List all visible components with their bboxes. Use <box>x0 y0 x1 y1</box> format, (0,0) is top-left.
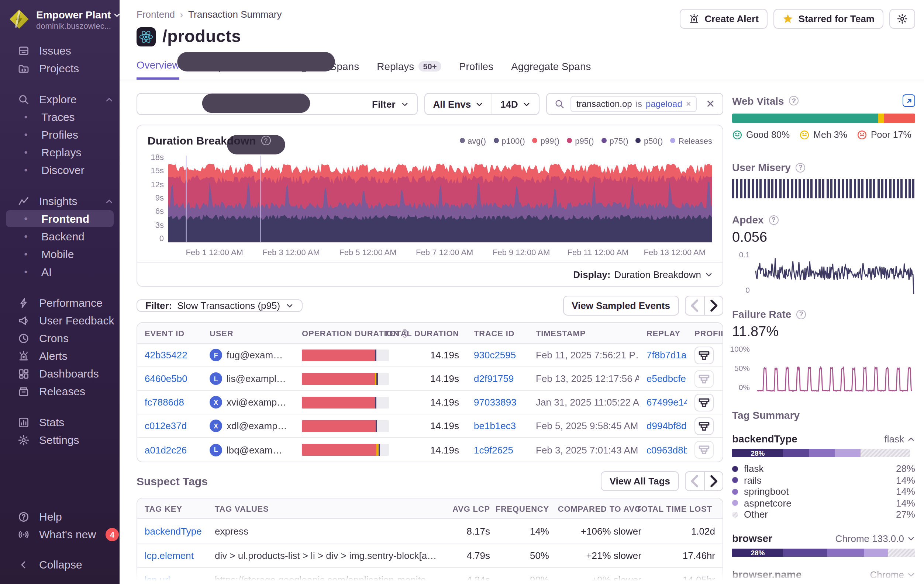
legend-dot-icon <box>670 138 675 143</box>
tag-value: div > ul.products-list > li > div > img.… <box>207 550 446 561</box>
sidebar-item-alerts[interactable]: Alerts <box>6 347 114 364</box>
trace-id-link[interactable]: 930c2595 <box>474 349 516 360</box>
replay-link[interactable]: 7f8b7d1a <box>647 349 686 360</box>
sidebar-item-mobile[interactable]: •Mobile <box>6 245 114 263</box>
help-icon[interactable]: ? <box>769 215 779 225</box>
sidebar-section-explore[interactable]: Explore <box>6 91 114 108</box>
sidebar-item-issues[interactable]: Issues <box>6 42 114 59</box>
display-value: Duration Breakdown <box>614 269 701 280</box>
legend-item-p99[interactable]: p99() <box>533 136 559 145</box>
profile-button[interactable] <box>695 346 714 364</box>
env-dropdown[interactable]: All Envs <box>425 94 492 114</box>
settings-button[interactable] <box>889 9 915 29</box>
legend-item-avg[interactable]: avg() <box>459 136 486 145</box>
search-input[interactable]: transaction.op is pageload × ✕ <box>546 93 723 115</box>
tag-key-link[interactable]: backendType <box>145 525 202 536</box>
tab-aggregate-spans[interactable]: Aggregate Spans <box>511 59 591 80</box>
sidebar-footer-collapse[interactable]: Collapse <box>6 556 114 573</box>
tab-replays[interactable]: Replays50+ <box>377 59 441 80</box>
create-alert-button[interactable]: Create Alert <box>679 9 767 29</box>
event-id-link[interactable]: 42b35422 <box>145 349 188 360</box>
tag-key-link[interactable]: lcp.url <box>145 574 170 584</box>
filter-dropdown[interactable]: Filter <box>137 93 418 115</box>
sidebar-item-performance[interactable]: Performance <box>6 294 114 311</box>
legend-item-p50[interactable]: p50() <box>636 136 663 145</box>
sidebar-item-projects[interactable]: Projects <box>6 60 114 77</box>
view-sampled-events-button[interactable]: View Sampled Events <box>563 296 679 316</box>
replay-link[interactable]: e5edbcfe <box>647 373 686 384</box>
date-range-dropdown[interactable]: 14D <box>492 94 539 114</box>
legend-item-p100[interactable]: p100() <box>493 136 525 145</box>
chevron-down-icon <box>907 534 915 542</box>
token-remove-icon[interactable]: × <box>686 99 691 109</box>
prev-page-button[interactable] <box>685 296 704 316</box>
column-header-compared-to-avg: Compared To Avg <box>556 504 649 513</box>
duration-chart[interactable] <box>168 153 712 243</box>
legend-item-p95[interactable]: p95() <box>567 136 594 145</box>
trace-id-link[interactable]: 97033893 <box>474 397 516 408</box>
sidebar-item-crons[interactable]: Crons <box>6 330 114 347</box>
next-page-button[interactable] <box>704 296 723 316</box>
total-duration: 14.19s <box>401 397 467 408</box>
org-switcher[interactable]: Empower Plant dominik.buszowiec... <box>0 0 120 38</box>
help-icon[interactable]: ? <box>789 96 799 105</box>
sidebar-item-traces[interactable]: •Traces <box>6 109 114 125</box>
legend-item-Releases[interactable]: Releases <box>670 136 712 145</box>
app-root: Empower Plant dominik.buszowiec... Issue… <box>0 0 924 584</box>
sidebar-item-dashboards[interactable]: Dashboards <box>6 365 114 382</box>
sidebar-item-releases[interactable]: Releases <box>6 383 114 400</box>
tag-legend-row[interactable]: flask28% <box>732 463 915 474</box>
event-id-link[interactable]: 6460e5b0 <box>145 373 188 384</box>
sidebar-item-frontend[interactable]: •Frontend <box>6 210 114 227</box>
column-header-total-time-lost[interactable]: Total Time Lost <box>649 504 723 513</box>
tag-legend-row[interactable]: aspnetcore14% <box>732 497 915 509</box>
sidebar-section-insights[interactable]: Insights <box>6 192 114 209</box>
sidebar-item-stats[interactable]: Stats <box>6 414 114 431</box>
profile-button[interactable] <box>695 370 714 388</box>
sidebar-footer-help[interactable]: Help <box>6 508 114 525</box>
replay-link[interactable]: 67499e14 <box>647 397 687 408</box>
replay-link[interactable]: c0963d8b <box>647 444 687 455</box>
search-clear-icon[interactable]: ✕ <box>706 97 715 110</box>
tag-section-selector[interactable]: Chrome 133.0.0 <box>835 533 915 544</box>
sidebar-item-discover[interactable]: •Discover <box>6 161 114 178</box>
display-selector[interactable]: Display: Duration Breakdown <box>137 262 723 286</box>
event-id-link[interactable]: fc7886d8 <box>145 397 184 408</box>
tag-legend-row[interactable]: springboot14% <box>732 486 915 497</box>
view-all-tags-button[interactable]: View All Tags <box>601 471 679 491</box>
event-id-link[interactable]: c012e37d <box>145 420 187 431</box>
tag-distribution-bar[interactable]: 28% <box>732 449 915 457</box>
trace-id-link[interactable]: 1c9f2625 <box>474 444 513 455</box>
tag-section-selector[interactable]: Chrome <box>870 569 916 580</box>
tab-profiles[interactable]: Profiles <box>459 59 493 80</box>
sidebar-item-backend[interactable]: •Backend <box>6 228 114 245</box>
event-id-link[interactable]: a01d2c26 <box>145 444 187 455</box>
tag-distribution-bar[interactable]: 28% <box>732 548 915 556</box>
prev-page-button[interactable] <box>685 471 704 491</box>
trace-id-link[interactable]: d2f91759 <box>474 373 514 384</box>
sidebar-item-replays[interactable]: •Replays <box>6 144 114 161</box>
sidebar-item-profiles[interactable]: •Profiles <box>6 126 114 143</box>
profile-button[interactable] <box>695 441 714 459</box>
profile-button[interactable] <box>695 393 714 411</box>
sidebar-item-settings[interactable]: Settings <box>6 431 114 448</box>
next-page-button[interactable] <box>704 471 723 491</box>
starred-for-team-button[interactable]: Starred for Team <box>774 9 883 29</box>
external-link-icon[interactable] <box>903 94 915 107</box>
help-icon[interactable]: ? <box>796 163 805 172</box>
sidebar-item-user-feedback[interactable]: User Feedback <box>6 312 114 329</box>
help-icon[interactable]: ? <box>261 136 271 145</box>
tag-legend-row[interactable]: rails14% <box>732 474 915 486</box>
search-token[interactable]: transaction.op is pageload × <box>571 96 697 112</box>
replay-link[interactable]: d994bf8d <box>647 420 686 431</box>
sidebar-item-ai[interactable]: •AI <box>6 263 114 280</box>
trace-id-link[interactable]: be1b1ec3 <box>474 420 516 431</box>
events-filter-dropdown[interactable]: Filter: Slow Transactions (p95) <box>137 299 302 312</box>
tag-section-selector[interactable]: flask <box>884 434 915 445</box>
help-icon[interactable]: ? <box>796 309 806 319</box>
legend-item-p75[interactable]: p75() <box>602 136 629 145</box>
sidebar-footer-what-s-new[interactable]: What's new4 <box>6 526 114 543</box>
tag-key-link[interactable]: lcp.element <box>145 550 194 561</box>
tag-legend-row[interactable]: Other27% <box>732 509 915 520</box>
profile-button[interactable] <box>695 417 714 435</box>
